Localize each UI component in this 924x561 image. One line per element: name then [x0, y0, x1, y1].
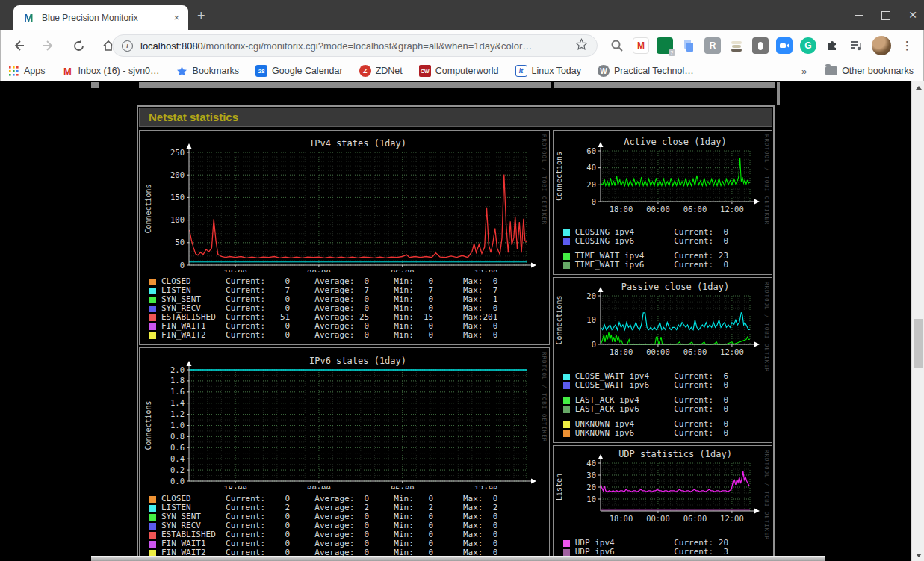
legend-row: CLOSING ipv6 Current: 0: [563, 237, 772, 246]
puzzle-extension-icon[interactable]: [824, 37, 840, 54]
window-close-button[interactable]: ✕: [908, 10, 918, 20]
browser-menu-icon[interactable]: ⋮: [899, 39, 916, 52]
bookmark-item-apps[interactable]: Apps: [7, 65, 46, 77]
svg-text:IPv6 states (1day): IPv6 states (1day): [309, 356, 406, 366]
svg-text:06:00: 06:00: [391, 484, 415, 489]
tab-close-icon[interactable]: ×: [170, 12, 182, 23]
svg-text:0.6: 0.6: [170, 443, 185, 452]
window-maximize-button[interactable]: [881, 10, 891, 20]
graph-passive_close-image[interactable]: 0102018:0000:0006:0012:00Passive close (…: [556, 280, 772, 370]
browser-tab[interactable]: M Blue Precision Monitorix ×: [13, 5, 188, 30]
wp-favicon: W: [598, 65, 610, 77]
previous-section-border-fragment: [554, 82, 775, 88]
svg-text:10: 10: [586, 495, 596, 503]
folder-icon: [825, 66, 837, 75]
graph-legend-ipv6_states: CLOSED Current: 0 Average: 0 Min: 0 Max:…: [149, 495, 549, 557]
bookmark-label: Bookmarks: [193, 66, 240, 76]
svg-text:Active close (1day): Active close (1day): [624, 137, 726, 147]
legend-swatch: [563, 430, 570, 437]
forward-button[interactable]: [39, 36, 58, 55]
browser-toolbar: i localhost:8080/monitorix-cgi/monitorix…: [0, 30, 924, 61]
bookmark-star-icon[interactable]: [575, 38, 588, 54]
graph-legend-ipv4_states: CLOSED Current: 0 Average: 0 Min: 0 Max:…: [149, 277, 549, 340]
zoom-extension-icon[interactable]: [776, 37, 793, 54]
lamp-extension-icon[interactable]: [752, 37, 769, 54]
svg-text:100: 100: [170, 215, 185, 224]
legend-swatch: [563, 397, 570, 404]
svg-text:20: 20: [586, 291, 596, 300]
graph-active_close-image[interactable]: 020406018:0000:0006:0012:00Active close …: [556, 133, 772, 226]
bookmark-item-zdnet[interactable]: ZZDNet: [359, 65, 403, 77]
svg-text:40: 40: [586, 163, 596, 172]
star-favicon: [176, 65, 188, 77]
svg-text:1.0: 1.0: [170, 421, 185, 430]
graph-ipv4_states-image[interactable]: 05010015020025018:0000:0006:0012:00IPv4 …: [142, 133, 549, 275]
legend-swatch: [563, 238, 570, 245]
copy-pages-extension-icon[interactable]: [680, 37, 697, 54]
legend-text: CLOSING ipv6 Current: 0: [575, 237, 728, 246]
svg-text:0: 0: [180, 261, 185, 270]
previous-section-border-fragment: [139, 82, 551, 88]
gmail-extension-icon[interactable]: M: [633, 37, 649, 54]
svg-text:18:00: 18:00: [609, 205, 633, 214]
page-info-icon[interactable]: i: [122, 40, 133, 52]
graph-ipv6_states-image[interactable]: 0.00.20.40.60.81.01.21.41.61.82.018:0000…: [142, 350, 549, 492]
legend-swatch: [149, 541, 156, 548]
bookmark-label: Linux Today: [532, 66, 582, 76]
svg-text:250: 250: [170, 148, 185, 157]
svg-text:12:00: 12:00: [474, 484, 498, 489]
svg-text:06:00: 06:00: [683, 205, 707, 214]
bookmark-item-inbox-16-sjvn0[interactable]: MInbox (16) - sjvn0…: [62, 65, 160, 77]
legend-swatch: [149, 505, 156, 512]
graph-udp_statistics-image[interactable]: 1020304018:0000:0006:0012:00UDP statisti…: [556, 448, 772, 536]
svg-text:06:00: 06:00: [391, 268, 415, 272]
svg-text:06:00: 06:00: [683, 514, 707, 523]
svg-text:1.2: 1.2: [170, 409, 185, 418]
voice-extension-icon[interactable]: ?: [657, 37, 673, 54]
graph-legend-active_close: CLOSING ipv4 Current: 0CLOSING ipv6 Curr…: [563, 228, 772, 270]
address-bar[interactable]: i localhost:8080/monitorix-cgi/monitorix…: [112, 34, 598, 57]
monitorix-favicon: M: [24, 12, 36, 24]
section-title: Netstat statistics: [139, 108, 772, 127]
legend-swatch: [563, 229, 570, 236]
legend-swatch: [149, 279, 156, 285]
legend-swatch: [563, 406, 570, 413]
gmail-favicon: M: [62, 65, 74, 77]
bookmark-item-bookmarks[interactable]: Bookmarks: [176, 65, 240, 77]
bookmark-item-google-calendar[interactable]: 28Google Calendar: [255, 65, 343, 77]
other-bookmarks-button[interactable]: Other bookmarks: [825, 66, 914, 76]
graph-box-udp_statistics: 1020304018:0000:0006:0012:00UDP statisti…: [553, 445, 772, 561]
scrollbar-up-arrow[interactable]: [912, 81, 924, 93]
rrdtool-watermark: RRDTOOL / TOBI OETIKER: [763, 134, 770, 225]
previous-section-border-fragment: [91, 82, 99, 88]
monitorix-page: Netstat statistics 05010015020025018:000…: [0, 81, 924, 561]
scrollbar-thumb[interactable]: [914, 319, 923, 368]
window-minimize-button[interactable]: [854, 10, 864, 20]
scrollbar-down-arrow[interactable]: [912, 549, 924, 561]
lt-favicon: lt: [515, 65, 527, 77]
legend-swatch: [149, 297, 156, 303]
bookmark-item-computerworld[interactable]: CWComputerworld: [419, 65, 499, 77]
svg-text:12:00: 12:00: [474, 268, 498, 272]
legend-row: UNKNOWN ipv6 Current: 0: [563, 429, 772, 438]
reload-button[interactable]: [69, 36, 88, 55]
legend-swatch: [149, 332, 156, 339]
back-button[interactable]: [9, 36, 28, 55]
bookmark-item-practical-technol[interactable]: WPractical Technol…: [598, 65, 694, 77]
bookmarks-overflow-chevron[interactable]: »: [801, 66, 807, 77]
page-scrollbar[interactable]: [911, 81, 924, 561]
svg-text:18:00: 18:00: [223, 484, 247, 489]
stack-extension-icon[interactable]: [728, 37, 745, 54]
search-extension-icon[interactable]: [609, 37, 625, 54]
bookmark-item-linux-today[interactable]: ltLinux Today: [515, 65, 582, 77]
profile-avatar[interactable]: [872, 36, 891, 55]
new-tab-button[interactable]: +: [197, 9, 205, 22]
grammarly-extension-icon[interactable]: G: [800, 37, 816, 54]
svg-text:2.0: 2.0: [170, 365, 185, 374]
playlist-extension-icon[interactable]: [848, 37, 864, 54]
svg-text:00:00: 00:00: [646, 347, 670, 356]
r-extension-icon[interactable]: R: [704, 37, 721, 54]
svg-text:1.6: 1.6: [170, 387, 185, 396]
graph-box-ipv6_states: 0.00.20.40.60.81.01.21.41.61.82.018:0000…: [139, 347, 550, 561]
legend-swatch: [149, 288, 156, 294]
